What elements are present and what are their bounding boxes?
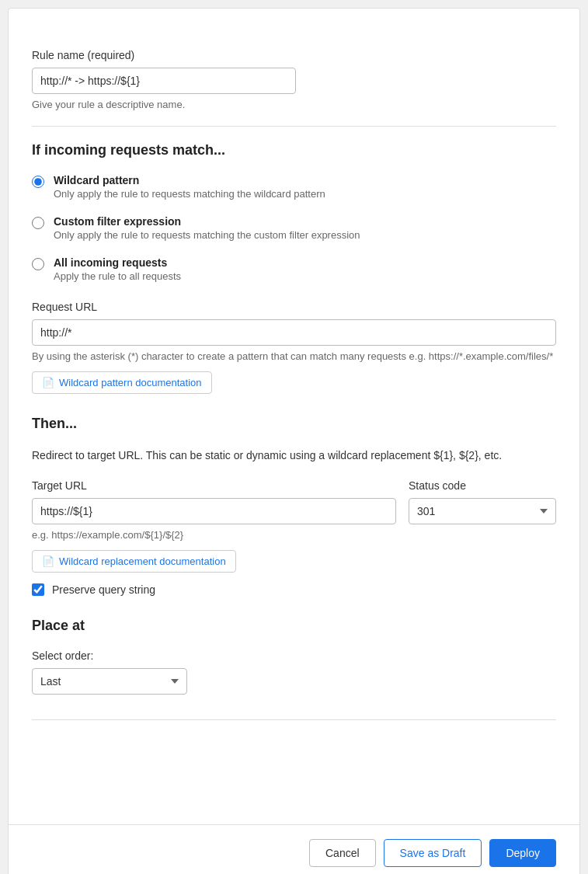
radio-all[interactable]: All incoming requests Apply the rule to … [32,256,556,282]
status-code-label: Status code [409,479,556,492]
divider-2 [32,719,556,720]
wildcard-replacement-doc-link-text: Wildcard replacement documentation [59,555,226,567]
replacement-doc-icon: 📄 [42,555,54,567]
rule-name-label: Rule name (required) [32,49,556,61]
radio-custom-title: Custom filter expression [54,215,360,228]
preserve-query-checkbox[interactable] [32,583,44,596]
preserve-query-row: Preserve query string [32,583,556,596]
radio-wildcard-title: Wildcard pattern [54,174,325,186]
rule-name-hint: Give your rule a descriptive name. [32,99,556,110]
status-code-select[interactable]: 301 302 303 307 308 [409,498,556,524]
save-draft-button[interactable]: Save as Draft [384,839,482,867]
request-url-input[interactable] [32,319,556,346]
doc-icon: 📄 [42,377,54,388]
place-at-section: Place at Select order: First Last Custom [32,618,556,695]
target-url-group: Target URL e.g. https://example.com/${1}… [32,479,396,541]
wildcard-replacement-doc-link-button[interactable]: 📄 Wildcard replacement documentation [32,550,236,573]
radio-custom[interactable]: Custom filter expression Only apply the … [32,215,556,241]
radio-all-input[interactable] [32,258,44,270]
rule-name-input[interactable] [32,68,296,94]
incoming-section: If incoming requests match... Wildcard p… [32,142,556,282]
status-code-group: Status code 301 302 303 307 308 [409,479,556,524]
select-order-label: Select order: [32,649,556,662]
rule-name-section: Rule name (required) Give your rule a de… [32,49,556,110]
radio-wildcard-labels: Wildcard pattern Only apply the rule to … [54,174,325,200]
radio-all-labels: All incoming requests Apply the rule to … [54,256,181,282]
divider-1 [32,126,556,127]
then-description: Redirect to target URL. This can be stat… [32,447,556,464]
wildcard-doc-link-button[interactable]: 📄 Wildcard pattern documentation [32,371,212,394]
incoming-heading: If incoming requests match... [32,142,556,158]
radio-custom-desc: Only apply the rule to requests matching… [54,229,360,241]
radio-wildcard[interactable]: Wildcard pattern Only apply the rule to … [32,174,556,200]
url-status-row: Target URL e.g. https://example.com/${1}… [32,479,556,541]
radio-wildcard-desc: Only apply the rule to requests matching… [54,188,325,200]
radio-custom-labels: Custom filter expression Only apply the … [54,215,360,241]
radio-custom-input[interactable] [32,217,44,229]
deploy-button[interactable]: Deploy [489,839,556,867]
cancel-button[interactable]: Cancel [309,839,376,867]
place-at-heading: Place at [32,618,556,634]
preserve-query-label: Preserve query string [52,583,155,596]
form-content: Rule name (required) Give your rule a de… [9,9,579,829]
radio-wildcard-input[interactable] [32,176,44,188]
target-url-label: Target URL [32,479,396,492]
footer-actions: Cancel Save as Draft Deploy [9,824,579,874]
then-heading: Then... [32,416,556,432]
then-section: Then... Redirect to target URL. This can… [32,416,556,596]
radio-all-title: All incoming requests [54,256,181,269]
request-url-hint: By using the asterisk (*) character to c… [32,350,556,362]
target-url-example: e.g. https://example.com/${1}/${2} [32,529,396,541]
request-url-label: Request URL [32,301,556,313]
order-select[interactable]: First Last Custom [32,668,187,695]
request-url-section: Request URL By using the asterisk (*) ch… [32,301,556,394]
radio-all-desc: Apply the rule to all requests [54,270,181,282]
page-container: Rule name (required) Give your rule a de… [8,8,580,874]
target-url-input[interactable] [32,498,396,524]
wildcard-doc-link-text: Wildcard pattern documentation [59,377,202,388]
